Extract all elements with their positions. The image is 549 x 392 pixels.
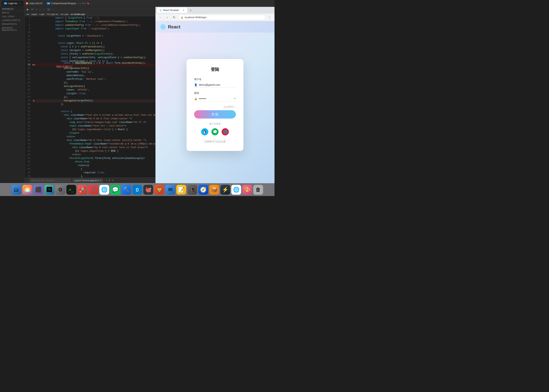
dock-music[interactable]: 🎵 (88, 185, 98, 195)
dock-electron[interactable]: ⚡ (220, 185, 230, 195)
ln-40: 40 (25, 139, 30, 142)
dock-transmit[interactable]: 🚀 (77, 185, 87, 195)
restart-btn[interactable]: ⟳ (30, 8, 34, 11)
forgot-password-link[interactable]: 忘记密码？ (194, 105, 236, 109)
step-over-btn[interactable]: ⤵ (35, 8, 38, 11)
transmit-icon: 🚀 (79, 187, 86, 193)
tab-index-html[interactable]: M index.html M (23, 1, 45, 6)
run-btn[interactable]: ▶ (26, 8, 29, 11)
password-input-wrapper[interactable]: 🔒 👁 (194, 96, 236, 102)
bc-handle-login: eo handleLogin (71, 13, 85, 15)
dock-trash[interactable]: 🗑 (253, 185, 263, 195)
wechat-dock-icon: 💬 (112, 187, 119, 193)
code-area[interactable]: 6 7 8 9 10 11 12 13 14 15 16 17 18 19 20… (25, 16, 155, 177)
ln-13: 13 (25, 42, 30, 45)
dock-chrome-left[interactable]: 🌐 (99, 185, 109, 195)
dock-notes[interactable]: 📝 (176, 185, 186, 195)
code-line-30: }; (32, 103, 155, 106)
dock-safari[interactable]: 🧭 (198, 185, 208, 195)
dock-alfred[interactable]: 🎩 (187, 185, 197, 195)
qq-icon: 🐧 (203, 130, 207, 134)
new-browser-tab-btn[interactable]: + (188, 7, 193, 13)
address-bar[interactable]: 🔒 localhost:4546/login (178, 15, 265, 20)
ts-icon-2: TS (47, 2, 50, 5)
launch-chrome-btn[interactable]: Launch Chrome against lo ▼ (72, 179, 103, 182)
dock-xcode[interactable]: 🔨 (121, 185, 131, 195)
close-tab-btn[interactable]: ✕ (19, 2, 21, 5)
close-panel-icon[interactable]: ✕ (111, 179, 114, 182)
dock-pastel[interactable]: 🎨 (242, 185, 252, 195)
password-input[interactable] (199, 97, 232, 100)
debug-browser-breakpoints[interactable]: BROWSER BREAKPOINTS (0, 26, 24, 32)
chrome-icon: 🌐 (101, 187, 108, 193)
tab-login-tsx[interactable]: TS Login.tsx ✕ (1, 1, 23, 6)
step-out-btn[interactable]: ↑ (43, 8, 45, 11)
user-icon: 👤 (194, 83, 197, 86)
bc-sep3: › (45, 13, 46, 15)
debug-breakpoints[interactable]: BREAKPOINTS (0, 22, 24, 26)
ln-43: 43 (25, 149, 30, 153)
debug-watch[interactable]: WATCH (0, 11, 24, 14)
forward-btn[interactable]: › (165, 15, 170, 20)
xcode-icon: 🔨 (123, 187, 130, 193)
back-btn[interactable]: ‹ (158, 15, 163, 20)
ln-32: 32 (25, 110, 30, 113)
register-link[interactable]: 没有账号?点击注册 (194, 140, 236, 143)
stop-btn[interactable]: ⬛ (46, 8, 51, 11)
debug-call-stack[interactable]: CALL STACK (0, 14, 24, 18)
ln-10: 10 (25, 31, 30, 34)
debug-loaded-scripts[interactable]: LOADED SCRIPTS (0, 18, 24, 22)
dock-system-prefs[interactable]: ⚙ (55, 185, 65, 195)
dock-terminal[interactable]: >_ (66, 185, 76, 195)
dock-photos[interactable]: 🌅 (22, 185, 32, 195)
app-container: TS Login.tsx ✕ M index.html M TS Collaps… (0, 0, 274, 196)
ln-38: 38 (25, 131, 30, 135)
brave-icon: 🦁 (156, 187, 163, 193)
tab-collapse-wrapper[interactable]: TS CollapseHeaderWrapper ◇ ↙ ⊕ ⊙ 🔖 ··· (44, 1, 94, 6)
username-input[interactable] (199, 83, 236, 86)
vscode-icon: {} (136, 188, 139, 192)
dock-wechat[interactable]: 💬 (110, 185, 120, 195)
ln-37: 37 (25, 128, 30, 131)
login-card: 登陆 用户名 👤 密码 🔒 (187, 59, 243, 151)
dock-mail[interactable]: ✉ (165, 185, 175, 195)
login-card-title: 登陆 (194, 67, 236, 72)
filter-input[interactable] (29, 179, 71, 182)
ts-icon: TS (4, 2, 7, 5)
wechat-login-btn[interactable]: 💬 (211, 128, 219, 135)
dock-app-store[interactable]: 🅰 (44, 185, 54, 195)
dock: 🗂 🌅 ⬛ 🅰 ⚙ >_ 🚀 🎵 🌐 (0, 183, 274, 196)
browser-tab-react[interactable]: React-Template ✕ (157, 7, 187, 13)
dock-betterzip[interactable]: 📦 (209, 185, 219, 195)
refresh-btn[interactable]: ↻ (171, 15, 177, 20)
launch-label: Launch Chrome against lo (74, 179, 99, 182)
dock-brave[interactable]: 🦁 (154, 185, 164, 195)
more-btn[interactable]: ··· (52, 8, 55, 11)
browser-tab-close-btn[interactable]: ✕ (182, 9, 185, 12)
show-password-icon[interactable]: 👁 (234, 97, 236, 100)
ln-16: 16 (25, 52, 30, 56)
up-icon[interactable]: ⬆ (108, 179, 111, 182)
weibo-login-btn[interactable]: 🌐 (222, 128, 229, 135)
dock-chrome-right[interactable]: 🌐 (231, 185, 241, 195)
dock-launchpad[interactable]: ⬛ (33, 185, 43, 195)
login-button[interactable]: 登 陆 (194, 110, 236, 119)
html-icon: M (26, 2, 29, 5)
username-input-wrapper[interactable]: 👤 (194, 82, 236, 88)
ln-44: 44 (25, 153, 30, 157)
browser-menu-btn[interactable]: ⋮ (267, 15, 272, 20)
qq-login-btn[interactable]: 🐧 (201, 128, 208, 135)
bottom-panel: ··· Launch Chrome against lo ▼ ≡ ⬆ ✕ (25, 177, 155, 183)
ln-17: 17 (25, 56, 30, 59)
dock-vscode[interactable]: {} (132, 185, 142, 195)
alfred-icon: 🎩 (189, 187, 196, 193)
call-stack-label: CALL STACK (2, 15, 14, 18)
step-into-btn[interactable]: ↓ (39, 8, 42, 11)
svg-point-4 (162, 26, 164, 28)
list-icon[interactable]: ≡ (105, 179, 107, 182)
dock-github[interactable]: 🐙 (143, 185, 153, 195)
password-label: 密码 (194, 91, 236, 95)
code-lines: import { ILoginForm } from '.'; import T… (32, 16, 155, 177)
dock-finder[interactable]: 🗂 (11, 185, 21, 195)
bottom-dots: ··· (26, 179, 28, 182)
